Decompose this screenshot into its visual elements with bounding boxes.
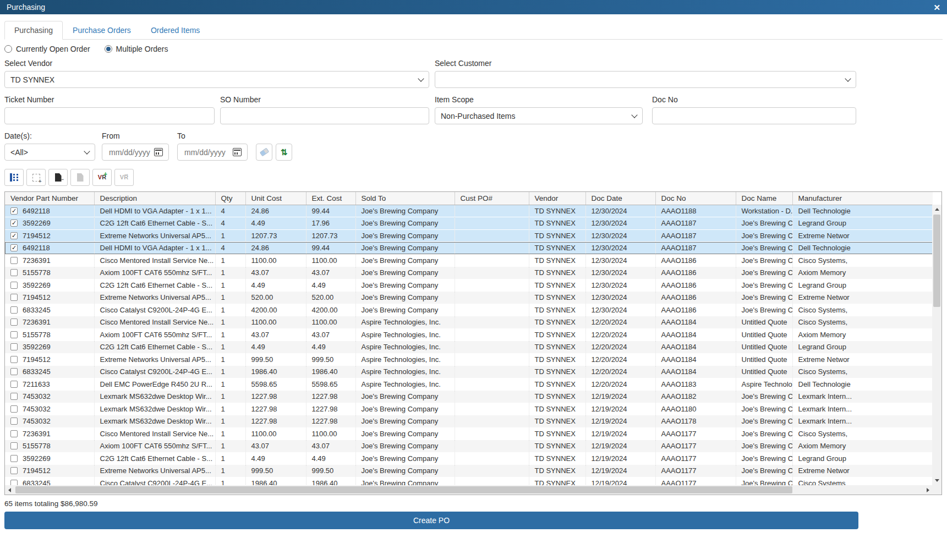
- row-checkbox[interactable]: [10, 455, 18, 462]
- create-po-button[interactable]: Create PO: [4, 512, 858, 529]
- copy-document-button[interactable]: [70, 169, 90, 186]
- row-checkbox[interactable]: [10, 381, 18, 388]
- table-row[interactable]: 5155778Axiom 100FT CAT6 550mhz S/FT...14…: [5, 267, 933, 279]
- add-vendor-return-button[interactable]: VR +: [92, 169, 112, 186]
- table-row[interactable]: ✓6492118Dell HDMI to VGA Adapter - 1 x 1…: [5, 242, 933, 255]
- cell-vendor: TD SYNNEX: [529, 366, 585, 378]
- select-all-button[interactable]: [4, 169, 24, 186]
- ticket-number-input[interactable]: [10, 111, 209, 121]
- table-row[interactable]: 7453032Lexmark MS632dwe Desktop Wir...11…: [5, 415, 933, 428]
- row-checkbox[interactable]: [10, 356, 18, 363]
- row-checkbox[interactable]: ✓: [10, 219, 18, 227]
- col-sold-to[interactable]: Sold To: [355, 192, 455, 205]
- table-row[interactable]: 6833245Cisco Catalyst C9200L-24P-4G E...…: [5, 304, 933, 316]
- row-checkbox[interactable]: [10, 393, 18, 400]
- send-vendor-return-button[interactable]: VR →: [114, 169, 134, 186]
- col-unit-cost[interactable]: Unit Cost: [245, 192, 306, 205]
- close-icon[interactable]: ✕: [933, 3, 940, 12]
- scroll-left-icon[interactable]: [5, 485, 14, 495]
- cell-part: ✓6492118: [5, 205, 94, 217]
- calendar-icon[interactable]: [233, 148, 242, 156]
- clear-dates-button[interactable]: [256, 144, 272, 161]
- col-qty[interactable]: Qty: [215, 192, 245, 205]
- row-checkbox[interactable]: [10, 418, 18, 425]
- dates-select[interactable]: <All>: [4, 144, 95, 161]
- row-checkbox[interactable]: [10, 282, 18, 289]
- row-checkbox[interactable]: [10, 331, 18, 338]
- table-row[interactable]: ✓3592269C2G 12ft Cat6 Ethernet Cable - S…: [5, 217, 933, 230]
- table-row[interactable]: 3592269C2G 12ft Cat6 Ethernet Cable - S.…: [5, 452, 933, 465]
- calendar-icon[interactable]: [154, 148, 163, 156]
- cell-doc-name: Workstation - D...: [736, 205, 792, 217]
- col-ext-cost[interactable]: Ext. Cost: [306, 192, 355, 205]
- table-row[interactable]: 3592269C2G 12ft Cat6 Ethernet Cable - S.…: [5, 341, 933, 354]
- to-date-input[interactable]: [177, 144, 248, 161]
- doc-no-input[interactable]: [658, 111, 850, 121]
- row-checkbox[interactable]: ✓: [10, 232, 18, 239]
- item-scope-select[interactable]: Non-Purchased Items: [435, 107, 643, 124]
- tab-purchase-orders[interactable]: Purchase Orders: [63, 21, 141, 40]
- col-vendor[interactable]: Vendor: [529, 192, 585, 205]
- table-row[interactable]: 5155778Axiom 100FT CAT6 550mhz S/FT...14…: [5, 328, 933, 341]
- table-row[interactable]: 7236391Cisco Mentored Install Service Ne…: [5, 316, 933, 329]
- col-description[interactable]: Description: [94, 192, 215, 205]
- horizontal-scroll-thumb[interactable]: [15, 486, 792, 493]
- clear-selection-button[interactable]: [26, 169, 46, 186]
- col-manufacturer[interactable]: Manufacturer: [792, 192, 933, 205]
- vertical-scroll-thumb[interactable]: [933, 215, 940, 307]
- customer-select[interactable]: [435, 71, 856, 88]
- row-checkbox[interactable]: [10, 294, 18, 301]
- tab-ordered-items[interactable]: Ordered Items: [141, 21, 210, 40]
- table-row[interactable]: 7236391Cisco Mentored Install Service Ne…: [5, 427, 933, 440]
- row-checkbox[interactable]: [10, 442, 18, 449]
- table-row[interactable]: 7236391Cisco Mentored Install Service Ne…: [5, 254, 933, 267]
- table-row[interactable]: 3592269C2G 12ft Cat6 Ethernet Cable - S.…: [5, 279, 933, 292]
- tab-purchasing[interactable]: Purchasing: [4, 21, 63, 40]
- vertical-scrollbar[interactable]: [932, 205, 941, 485]
- row-checkbox[interactable]: [10, 430, 18, 437]
- scroll-right-icon[interactable]: [923, 485, 933, 495]
- col-vendor-part-number[interactable]: Vendor Part Number: [5, 192, 94, 205]
- export-button[interactable]: →: [48, 169, 68, 186]
- row-checkbox[interactable]: [10, 467, 18, 474]
- vendor-select[interactable]: TD SYNNEX: [4, 71, 429, 88]
- row-checkbox[interactable]: ✓: [10, 244, 18, 251]
- row-checkbox[interactable]: [10, 306, 18, 314]
- to-date-field[interactable]: [183, 147, 229, 157]
- refresh-button[interactable]: ⇅: [276, 144, 292, 161]
- from-date-input[interactable]: [102, 144, 169, 161]
- from-date-field[interactable]: [108, 147, 154, 157]
- window-titlebar: Purchasing ✕: [0, 0, 947, 14]
- col-doc-date[interactable]: Doc Date: [585, 192, 655, 205]
- radio-currently-open-order[interactable]: Currently Open Order: [4, 45, 90, 53]
- row-checkbox[interactable]: ✓: [10, 207, 18, 215]
- row-checkbox[interactable]: [10, 343, 18, 350]
- scroll-up-icon[interactable]: [932, 205, 941, 214]
- table-row[interactable]: ✓7194512Extreme Networks Universal AP5..…: [5, 229, 933, 242]
- table-row[interactable]: 6833245Cisco Catalyst C9200L-24P-4G E...…: [5, 477, 933, 485]
- table-row[interactable]: 6833245Cisco Catalyst C9200L-24P-4G E...…: [5, 366, 933, 378]
- horizontal-scrollbar[interactable]: [5, 485, 933, 495]
- row-checkbox[interactable]: [10, 480, 18, 485]
- table-row[interactable]: 7453032Lexmark MS632dwe Desktop Wir...11…: [5, 403, 933, 415]
- table-row[interactable]: 7194512Extreme Networks Universal AP5...…: [5, 465, 933, 477]
- col-doc-no[interactable]: Doc No: [655, 192, 736, 205]
- table-row[interactable]: ✓6492118Dell HDMI to VGA Adapter - 1 x 1…: [5, 205, 933, 217]
- radio-icon[interactable]: [4, 45, 12, 53]
- so-number-input[interactable]: [226, 111, 423, 121]
- table-row[interactable]: 7194512Extreme Networks Universal AP5...…: [5, 353, 933, 366]
- table-row[interactable]: 5155778Axiom 100FT CAT6 550mhz S/FT...14…: [5, 440, 933, 453]
- table-row[interactable]: 7211633Dell EMC PowerEdge R450 2U R...15…: [5, 378, 933, 391]
- col-cust-po[interactable]: Cust PO#: [455, 192, 529, 205]
- radio-icon-selected[interactable]: [105, 45, 112, 53]
- row-checkbox[interactable]: [10, 405, 18, 413]
- scroll-down-icon[interactable]: [932, 476, 941, 485]
- row-checkbox[interactable]: [10, 319, 18, 326]
- col-doc-name[interactable]: Doc Name: [736, 192, 792, 205]
- table-row[interactable]: 7194512Extreme Networks Universal AP5...…: [5, 292, 933, 304]
- table-row[interactable]: 7453032Lexmark MS632dwe Desktop Wir...11…: [5, 391, 933, 403]
- row-checkbox[interactable]: [10, 257, 18, 264]
- row-checkbox[interactable]: [10, 269, 18, 276]
- radio-multiple-orders[interactable]: Multiple Orders: [105, 45, 168, 53]
- row-checkbox[interactable]: [10, 368, 18, 375]
